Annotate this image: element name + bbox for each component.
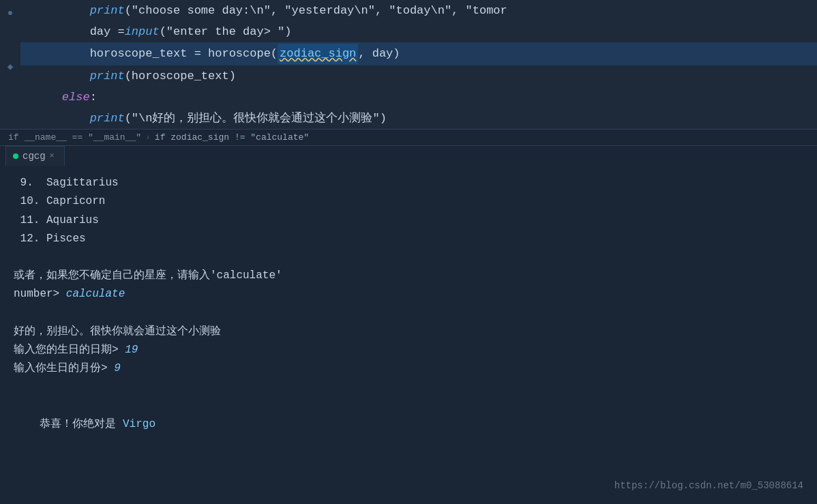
terminal-birthday-month: 输入你生日的月份> 9	[14, 359, 803, 378]
keyword-print-2: print	[90, 67, 125, 85]
zodiac-item-9: 9. Sagittarius	[14, 174, 803, 192]
code-line-print-choose: print ("choose some day:\n", "yesterday\…	[20, 0, 817, 21]
terminal-blank-2	[14, 303, 803, 322]
birthday-day-label: 输入您的生日的日期>	[14, 344, 125, 356]
code-print-args1: ("choose some day:\n", "yesterday\n", "t…	[125, 1, 507, 20]
code-editor: ● ◆ print ("choose some day:\n", "yester…	[0, 0, 817, 130]
birthday-month-value: 9	[114, 362, 121, 374]
breadcrumb-bar: if __name__ == "__main__" › if zodiac_si…	[0, 130, 817, 146]
terminal-blank-1	[14, 248, 803, 267]
var-day: day =	[90, 23, 125, 41]
code-line-horoscope-text: horoscope_text = horoscope( zodiac_sign …	[20, 42, 817, 65]
terminal: 9. Sagittarius 10. Capricorn 11. Aquariu…	[0, 166, 817, 504]
tab-close-button[interactable]: ×	[50, 151, 55, 161]
number-label: number>	[14, 288, 66, 300]
birthday-month-label: 输入你生日的月份>	[14, 362, 114, 374]
code-horoscope-close: , day)	[358, 44, 400, 63]
tab-cgcg[interactable]: cgcg ×	[5, 146, 65, 166]
birthday-day-value: 19	[125, 344, 138, 356]
code-line-day-input: day = input ("enter the day> ")	[20, 21, 817, 42]
gutter-circle-icon: ●	[8, 4, 13, 22]
code-indent2	[34, 23, 90, 41]
highlight-zodiac-sign: zodiac_sign	[278, 44, 358, 63]
code-indent1	[34, 1, 90, 20]
terminal-result-line1: 好的，别担心。很快你就会通过这个小测验	[14, 323, 803, 341]
code-indent5	[34, 88, 62, 106]
code-print-args2: (horoscope_text)	[125, 67, 236, 85]
zodiac-result: Virgo	[123, 418, 155, 430]
keyword-input: input	[125, 23, 160, 41]
code-indent3	[34, 44, 90, 63]
code-else-colon: :	[90, 88, 97, 106]
url-link: https://blog.csdn.net/m0_53088614	[614, 478, 803, 494]
congrats-text: 恭喜！你绝对是	[40, 418, 123, 430]
gutter: ● ◆	[0, 0, 20, 129]
code-indent4	[34, 67, 90, 85]
keyword-print-1: print	[90, 1, 125, 20]
code-line-print-horoscope: print (horoscope_text)	[20, 65, 817, 87]
keyword-print-3: print	[90, 109, 125, 128]
zodiac-item-11: 11. Aquarius	[14, 211, 803, 230]
terminal-congrats: 恭喜！你绝对是 Virgo	[14, 396, 803, 452]
code-indent6	[34, 109, 90, 128]
zodiac-item-12: 12. Pisces	[14, 230, 803, 248]
gutter-diamond-icon: ◆	[8, 57, 13, 75]
terminal-blank-3	[14, 378, 803, 396]
keyword-else: else	[62, 88, 90, 106]
breadcrumb-item-2: if zodiac_sign != "calculate"	[155, 132, 309, 143]
terminal-number-line: number> calculate	[14, 285, 803, 303]
terminal-birthday-day: 输入您的生日的日期> 19	[14, 341, 803, 359]
code-print-chinese: ("\n好的，别担心。很快你就会通过这个小测验")	[125, 109, 387, 128]
tab-bar: cgcg ×	[0, 146, 817, 166]
breadcrumb-item-1: if __name__ == "__main__"	[8, 132, 141, 143]
code-line-else: else :	[20, 87, 817, 108]
terminal-calculate-prompt: 或者，如果您不确定自己的星座，请输入'calculate'	[14, 267, 803, 285]
var-horoscope-text: horoscope_text = horoscope(	[90, 44, 278, 63]
tab-label: cgcg	[23, 151, 46, 162]
zodiac-item-10: 10. Capricorn	[14, 192, 803, 211]
code-input-args: ("enter the day> ")	[160, 23, 292, 41]
tab-dot	[13, 153, 18, 159]
breadcrumb-sep-1: ›	[145, 132, 151, 143]
code-content: print ("choose some day:\n", "yesterday\…	[20, 0, 817, 129]
calculate-value: calculate	[66, 288, 125, 300]
code-line-print-chinese: print ("\n好的，别担心。很快你就会通过这个小测验")	[20, 108, 817, 129]
